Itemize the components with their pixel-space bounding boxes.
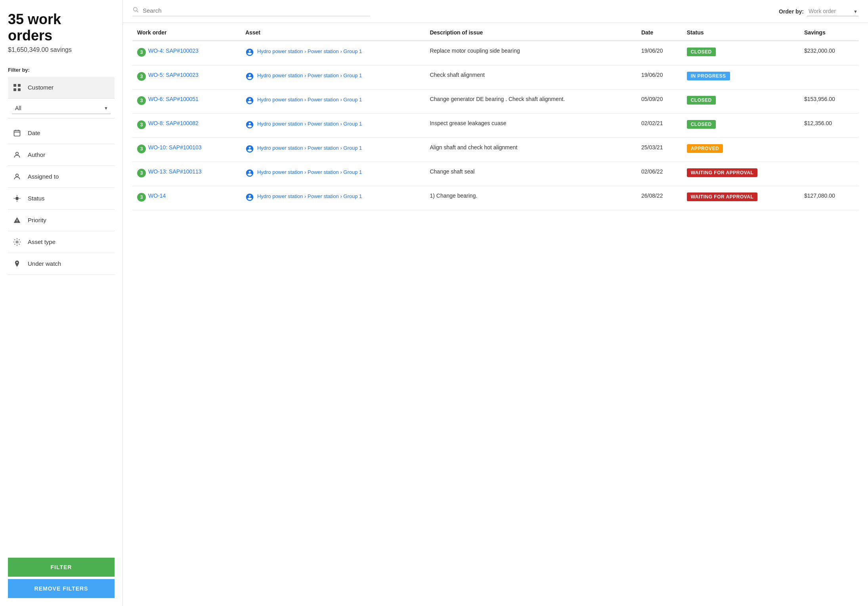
- search-input[interactable]: [143, 7, 370, 14]
- svg-rect-4: [14, 130, 20, 136]
- grid-icon: [12, 82, 22, 93]
- table-container: Work order Asset Description of issue Da…: [123, 23, 868, 606]
- svg-rect-0: [13, 84, 16, 87]
- order-by-wrapper: Work order Date Status Savings: [807, 6, 858, 16]
- priority-badge-0: 3: [137, 48, 146, 57]
- cell-asset-1: Hydro power station › Power station › Gr…: [241, 65, 425, 90]
- filter-item-priority[interactable]: Priority: [8, 210, 115, 231]
- cell-wo-id-6: 3 WO-14: [132, 186, 241, 210]
- asset-icon-1: [245, 72, 254, 83]
- svg-rect-3: [18, 88, 21, 91]
- calendar-icon: [12, 128, 22, 138]
- cell-savings-4: [799, 138, 858, 162]
- priority-badge-1: 3: [137, 72, 146, 81]
- wo-id-3[interactable]: WO-8: SAP#100082: [148, 120, 199, 126]
- filter-item-status[interactable]: Status: [8, 188, 115, 210]
- cell-status-0: CLOSED: [682, 41, 799, 65]
- col-savings: Savings: [799, 23, 858, 41]
- col-status: Status: [682, 23, 799, 41]
- priority-badge-2: 3: [137, 96, 146, 105]
- cell-description-4: Align shaft and check hot alignment: [425, 138, 636, 162]
- filter-under-watch-label: Under watch: [28, 260, 61, 267]
- cell-date-4: 25/03/21: [637, 138, 682, 162]
- asset-path-5[interactable]: Hydro power station › Power station › Gr…: [257, 168, 362, 176]
- cell-wo-id-0: 3 WO-4: SAP#100023: [132, 41, 241, 65]
- asset-icon-0: [245, 48, 254, 59]
- cell-asset-5: Hydro power station › Power station › Gr…: [241, 162, 425, 186]
- cell-status-2: CLOSED: [682, 90, 799, 114]
- filter-author-label: Author: [28, 151, 45, 158]
- asset-path-1[interactable]: Hydro power station › Power station › Gr…: [257, 72, 362, 80]
- table-row: 3 WO-14 Hydro power station › Power stat…: [132, 186, 858, 210]
- cell-asset-3: Hydro power station › Power station › Gr…: [241, 114, 425, 138]
- svg-rect-2: [13, 88, 16, 91]
- order-by-select[interactable]: Work order Date Status Savings: [807, 6, 858, 16]
- cell-asset-2: Hydro power station › Power station › Gr…: [241, 90, 425, 114]
- search-icon: [132, 6, 139, 14]
- cell-savings-5: [799, 162, 858, 186]
- wo-id-2[interactable]: WO-6: SAP#100051: [148, 96, 199, 102]
- customer-dropdown-wrapper: All Customer A Customer B Customer C: [8, 99, 115, 118]
- filter-item-assigned-to[interactable]: Assigned to: [8, 166, 115, 188]
- filter-item-asset-type[interactable]: Asset type: [8, 231, 115, 253]
- cell-date-1: 19/06/20: [637, 65, 682, 90]
- cell-status-4: APPROVED: [682, 138, 799, 162]
- table-row: 3 WO-4: SAP#100023 Hydro power station ›…: [132, 41, 858, 65]
- cell-description-6: 1) Change bearing.: [425, 186, 636, 210]
- table-row: 3 WO-13: SAP#100113 Hydro power station …: [132, 162, 858, 186]
- filter-button[interactable]: FILTER: [8, 558, 115, 577]
- top-bar: Order by: Work order Date Status Savings: [123, 0, 868, 23]
- cell-description-2: Change generator DE bearing . Check shaf…: [425, 90, 636, 114]
- table-header: Work order Asset Description of issue Da…: [132, 23, 858, 41]
- cell-status-3: CLOSED: [682, 114, 799, 138]
- wo-id-6[interactable]: WO-14: [148, 192, 166, 199]
- customer-label: Customer: [28, 84, 54, 91]
- cell-description-0: Replace motor coupling side bearing: [425, 41, 636, 65]
- wo-id-1[interactable]: WO-5: SAP#100023: [148, 72, 199, 78]
- cell-savings-3: $12,356.00: [799, 114, 858, 138]
- asset-path-0[interactable]: Hydro power station › Power station › Gr…: [257, 48, 362, 55]
- main-content: Order by: Work order Date Status Savings…: [123, 0, 868, 606]
- status-badge-1: IN PROGRESS: [687, 72, 730, 80]
- wo-id-4[interactable]: WO-10: SAP#100103: [148, 144, 202, 151]
- person-icon-assigned: [12, 172, 22, 182]
- asset-path-6[interactable]: Hydro power station › Power station › Gr…: [257, 192, 362, 200]
- wo-id-5[interactable]: WO-13: SAP#100113: [148, 168, 202, 175]
- customer-select[interactable]: All Customer A Customer B Customer C: [12, 103, 111, 114]
- cell-savings-2: $153,956.00: [799, 90, 858, 114]
- filter-item-customer[interactable]: Customer: [8, 77, 115, 99]
- filter-item-date[interactable]: Date: [8, 122, 115, 144]
- filter-items-list: Date Author: [8, 122, 115, 551]
- filter-assigned-label: Assigned to: [28, 173, 59, 180]
- col-asset: Asset: [241, 23, 425, 41]
- filter-item-author[interactable]: Author: [8, 144, 115, 166]
- priority-badge-4: 3: [137, 145, 146, 153]
- status-badge-6: WAITING FOR APPROVAL: [687, 192, 758, 201]
- asset-icon-5: [245, 169, 254, 179]
- col-description: Description of issue: [425, 23, 636, 41]
- priority-badge-5: 3: [137, 169, 146, 177]
- table-row: 3 WO-10: SAP#100103 Hydro power station …: [132, 138, 858, 162]
- table-row: 3 WO-8: SAP#100082 Hydro power station ›…: [132, 114, 858, 138]
- filter-priority-label: Priority: [28, 217, 46, 223]
- col-date: Date: [637, 23, 682, 41]
- asset-path-4[interactable]: Hydro power station › Power station › Gr…: [257, 144, 362, 152]
- filter-status-label: Status: [28, 195, 45, 202]
- cell-date-3: 02/02/21: [637, 114, 682, 138]
- asset-path-3[interactable]: Hydro power station › Power station › Gr…: [257, 120, 362, 128]
- filter-item-under-watch[interactable]: Under watch: [8, 253, 115, 275]
- asset-path-2[interactable]: Hydro power station › Power station › Gr…: [257, 96, 362, 104]
- filter-date-label: Date: [28, 130, 40, 136]
- savings-text: $1,650,349.00 savings: [8, 46, 115, 53]
- cell-wo-id-4: 3 WO-10: SAP#100103: [132, 138, 241, 162]
- work-orders-table: Work order Asset Description of issue Da…: [132, 23, 858, 210]
- asset-icon-2: [245, 96, 254, 107]
- cell-wo-id-2: 3 WO-6: SAP#100051: [132, 90, 241, 114]
- asset-icon-3: [245, 120, 254, 131]
- col-work-order: Work order: [132, 23, 241, 41]
- svg-point-9: [16, 174, 19, 177]
- wo-id-0[interactable]: WO-4: SAP#100023: [148, 48, 199, 54]
- asset-icon-4: [245, 145, 254, 155]
- remove-filters-button[interactable]: REMOVE FILTERS: [8, 579, 115, 598]
- page-title: 35 workorders: [8, 11, 115, 44]
